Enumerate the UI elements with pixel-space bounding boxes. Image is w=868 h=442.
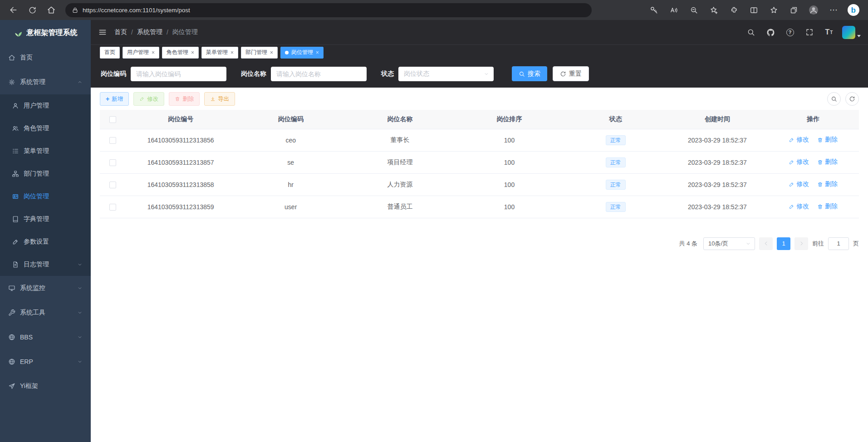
read-aloud-icon[interactable] — [666, 2, 682, 18]
chevron-down-icon — [745, 241, 751, 246]
browser-refresh-button[interactable] — [24, 2, 41, 18]
tab-role-mgmt[interactable]: 角色管理 × — [162, 47, 199, 59]
browser-menu-icon[interactable]: ⋯ — [825, 2, 842, 18]
sidebar-item-dept-mgmt[interactable]: 部门管理 — [0, 162, 91, 185]
tab-close-icon[interactable]: × — [191, 50, 194, 55]
row-checkbox[interactable] — [109, 204, 116, 211]
zoom-icon[interactable] — [686, 2, 702, 18]
export-button[interactable]: 导出 — [204, 92, 235, 106]
sidebar-item-system[interactable]: 系统管理 — [0, 70, 91, 94]
status-select[interactable]: 岗位状态 — [398, 67, 494, 81]
sidebar-item-role-mgmt[interactable]: 角色管理 — [0, 117, 91, 140]
tab-close-icon[interactable]: × — [316, 50, 319, 55]
tab-close-icon[interactable]: × — [230, 50, 234, 55]
goto-suffix: 页 — [853, 240, 859, 248]
search-button[interactable]: 搜索 — [512, 66, 547, 81]
bing-copilot-icon[interactable]: b — [845, 2, 862, 18]
favorites-add-icon[interactable] — [706, 2, 722, 18]
breadcrumb-home[interactable]: 首页 — [114, 28, 127, 36]
tab-close-icon[interactable]: × — [152, 50, 155, 55]
tab-post-mgmt[interactable]: 岗位管理 × — [280, 47, 324, 59]
split-screen-icon[interactable] — [745, 2, 762, 18]
row-edit-link[interactable]: 修改 — [789, 158, 809, 166]
prev-page-button[interactable] — [759, 237, 773, 250]
page-number-button[interactable]: 1 — [777, 237, 790, 250]
row-checkbox[interactable] — [109, 182, 116, 188]
row-edit-link[interactable]: 修改 — [789, 180, 809, 188]
post-name-input[interactable] — [271, 67, 367, 81]
header-search-icon[interactable] — [745, 26, 757, 39]
sidebar-item-yi-framework[interactable]: Yi框架 — [0, 374, 91, 398]
row-delete-link[interactable]: 删除 — [817, 158, 838, 166]
cell-post-id: 1641030593112313859 — [125, 196, 236, 218]
toggle-search-icon[interactable] — [827, 92, 841, 106]
tab-close-icon[interactable]: × — [270, 50, 273, 55]
sidebar-item-menu-mgmt[interactable]: 菜单管理 — [0, 140, 91, 162]
cell-post-code: se — [236, 151, 345, 173]
sidebar-item-post-mgmt[interactable]: 岗位管理 — [0, 185, 91, 208]
help-icon[interactable]: ? — [784, 26, 796, 39]
sidebar-toggle-icon[interactable] — [98, 28, 107, 37]
table-row: 1641030593112313856 ceo 董事长 100 正常 2023-… — [100, 129, 859, 151]
tab-home[interactable]: 首页 — [100, 47, 120, 59]
app-logo[interactable]: 意框架管理系统 — [0, 20, 91, 45]
post-code-input[interactable] — [131, 67, 226, 81]
profile-avatar[interactable] — [805, 2, 822, 18]
collections-icon[interactable] — [785, 2, 802, 18]
sidebar-item-bbs[interactable]: BBS — [0, 325, 91, 349]
sidebar-item-monitor[interactable]: 系统监控 — [0, 276, 91, 300]
favorites-bar-icon[interactable] — [765, 2, 782, 18]
address-bar[interactable]: https://ccnetcore.com:1101/system/post — [65, 3, 592, 17]
col-header-created: 创建时间 — [667, 110, 767, 129]
row-delete-link[interactable]: 删除 — [817, 136, 838, 144]
book-icon — [12, 216, 19, 223]
tab-menu-mgmt[interactable]: 菜单管理 × — [201, 47, 238, 59]
table-header-row: 岗位编号 岗位编码 岗位名称 岗位排序 状态 创建时间 操作 — [100, 110, 859, 129]
goto-page-input[interactable] — [828, 237, 849, 250]
sidebar-item-tools[interactable]: 系统工具 — [0, 300, 91, 325]
tab-dept-mgmt[interactable]: 部门管理 × — [241, 47, 278, 59]
reset-button[interactable]: 重置 — [553, 66, 589, 81]
next-page-button[interactable] — [794, 237, 808, 250]
site-lock-icon[interactable] — [72, 7, 78, 14]
sidebar-item-home[interactable]: 首页 — [0, 45, 91, 70]
font-size-icon[interactable]: TT — [823, 26, 835, 39]
refresh-table-icon[interactable] — [845, 92, 859, 106]
chevron-down-icon — [484, 71, 489, 77]
user-avatar[interactable] — [842, 26, 855, 39]
add-button[interactable]: + 新增 — [100, 92, 129, 106]
filter-status: 状态 岗位状态 — [381, 67, 494, 81]
sidebar-item-dict-mgmt[interactable]: 字典管理 — [0, 208, 91, 231]
sidebar-item-log-mgmt[interactable]: 日志管理 — [0, 253, 91, 276]
page-size-select[interactable]: 10条/页 — [703, 237, 755, 250]
github-icon[interactable] — [764, 26, 777, 39]
delete-button[interactable]: 删除 — [169, 92, 200, 106]
edit-button[interactable]: 修改 — [133, 92, 164, 106]
address-url[interactable]: https://ccnetcore.com:1101/system/post — [83, 7, 190, 14]
tree-table-icon — [12, 147, 19, 155]
row-delete-link[interactable]: 删除 — [817, 202, 838, 211]
row-edit-link[interactable]: 修改 — [789, 136, 809, 144]
peoples-icon — [12, 125, 19, 132]
row-checkbox[interactable] — [109, 137, 116, 144]
select-all-checkbox[interactable] — [109, 116, 116, 123]
sidebar-item-param-settings[interactable]: 参数设置 — [0, 231, 91, 253]
paper-plane-icon — [8, 383, 15, 390]
browser-home-button[interactable] — [43, 2, 60, 18]
row-checkbox[interactable] — [109, 159, 116, 166]
row-edit-link[interactable]: 修改 — [789, 202, 809, 211]
extensions-icon[interactable] — [726, 2, 742, 18]
user-avatar-menu[interactable] — [842, 26, 861, 39]
edit-icon — [789, 159, 794, 165]
row-delete-link[interactable]: 删除 — [817, 180, 838, 188]
sidebar-item-erp[interactable]: ERP — [0, 349, 91, 374]
breadcrumb-parent[interactable]: 系统管理 — [137, 28, 162, 36]
browser-back-button[interactable] — [5, 2, 22, 18]
trash-icon — [175, 96, 180, 102]
tab-user-mgmt[interactable]: 用户管理 × — [123, 47, 159, 59]
cell-post-id: 1641030593112313857 — [125, 151, 236, 173]
user-icon — [12, 102, 19, 109]
passwords-key-icon[interactable] — [646, 2, 662, 18]
sidebar-item-user-mgmt[interactable]: 用户管理 — [0, 94, 91, 117]
fullscreen-icon[interactable] — [803, 26, 816, 39]
